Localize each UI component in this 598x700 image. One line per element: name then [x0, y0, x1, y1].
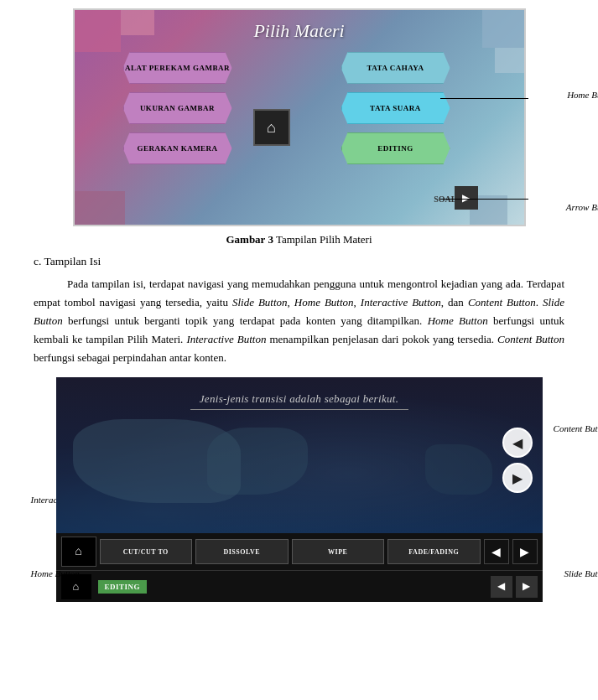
- ukuran-gambar-btn[interactable]: UKURAN GAMBAR: [123, 92, 232, 124]
- menu-item-ukuran[interactable]: UKURAN GAMBAR: [123, 92, 232, 124]
- figure1-caption: Gambar 3 Tampilan Pilih Materi: [226, 233, 372, 246]
- menu-item-editing[interactable]: EDITING: [341, 132, 450, 164]
- strip-back-button[interactable]: ◀: [491, 576, 512, 598]
- wipe-button[interactable]: WIPE: [292, 539, 385, 564]
- figure2-underline: [190, 409, 408, 410]
- section-heading: c. Tampilan Isi: [34, 255, 564, 268]
- figure2-wrapper: Interactive Button Content Button Home B…: [56, 377, 543, 602]
- gerakan-kamera-btn[interactable]: GERAKAN KAMERA: [123, 132, 232, 164]
- cut-button[interactable]: CUT/CUT TO: [100, 539, 193, 564]
- figure2-bottom-strip: ⌂ EDITING ◀ ▶: [56, 570, 543, 602]
- menu-item-tata-cahaya[interactable]: TATA CAHAYA: [341, 52, 450, 84]
- figure1-image: Pilih Materi ALAT PEREKAM GAMBAR TATA CA…: [73, 8, 526, 226]
- body-paragraph: Pada tampilan isi, terdapat navigasi yan…: [34, 275, 564, 367]
- page-container: Pilih Materi ALAT PEREKAM GAMBAR TATA CA…: [0, 0, 598, 610]
- arrow-button[interactable]: ▶: [455, 186, 478, 210]
- strip-forward-button[interactable]: ▶: [516, 576, 538, 598]
- slide-button-callout: Slide Button: [564, 568, 598, 578]
- slide-buttons: ◀ ▶: [484, 539, 538, 564]
- dissolve-button[interactable]: DISSOLVE: [195, 539, 289, 564]
- figure1-menu: ALAT PEREKAM GAMBAR TATA CAHAYA UKURAN G…: [123, 52, 476, 203]
- content-forward-button[interactable]: ▶: [502, 463, 533, 493]
- callout-line-home: [440, 98, 528, 99]
- strip-arrows: ◀ ▶: [491, 576, 538, 598]
- fade-button[interactable]: FADE/FADING: [387, 539, 481, 564]
- slide-back-button[interactable]: ◀: [484, 539, 509, 564]
- home-button-callout: Home Button: [567, 90, 598, 100]
- menu-item-tata-suara[interactable]: TATA SUARA: [341, 92, 450, 124]
- editing-badge: EDITING: [98, 580, 148, 594]
- home-icon-strip: ⌂: [73, 580, 80, 594]
- menu-item-alat[interactable]: ALAT PEREKAM GAMBAR: [123, 52, 232, 84]
- alat-perekam-btn[interactable]: ALAT PEREKAM GAMBAR: [123, 52, 232, 84]
- callout-line-arrow: [440, 199, 528, 200]
- slide-forward-button[interactable]: ▶: [512, 539, 538, 564]
- figure2-image: Jenis-jenis transisi adalah sebagai beri…: [56, 377, 543, 570]
- figure1-title: Pilih Materi: [253, 20, 344, 42]
- content-back-button[interactable]: ◀: [502, 428, 533, 458]
- home-button-fig2[interactable]: ⌂: [61, 537, 96, 567]
- content-button-callout: Content Button: [554, 423, 598, 433]
- home-icon: ⌂: [267, 119, 276, 137]
- tata-cahaya-btn[interactable]: TATA CAHAYA: [341, 52, 450, 84]
- editing-btn[interactable]: EDITING: [341, 132, 450, 164]
- home-icon-center[interactable]: ⌂: [253, 109, 290, 146]
- arrow-button-callout: Arrow Button: [566, 202, 598, 212]
- figure2-right-buttons: ◀ ▶: [502, 428, 533, 493]
- figure2-main-text: Jenis-jenis transisi adalah sebagai beri…: [200, 392, 398, 406]
- home-icon-fig2: ⌂: [75, 545, 81, 558]
- figure2-bottom-bar: ⌂ CUT/CUT TO DISSOLVE WIPE FADE/FADING ◀…: [56, 533, 543, 570]
- menu-item-gerakan[interactable]: GERAKAN KAMERA: [123, 132, 232, 164]
- figure1-container: Pilih Materi ALAT PEREKAM GAMBAR TATA CA…: [34, 8, 564, 246]
- tata-suara-btn[interactable]: TATA SUARA: [341, 92, 450, 124]
